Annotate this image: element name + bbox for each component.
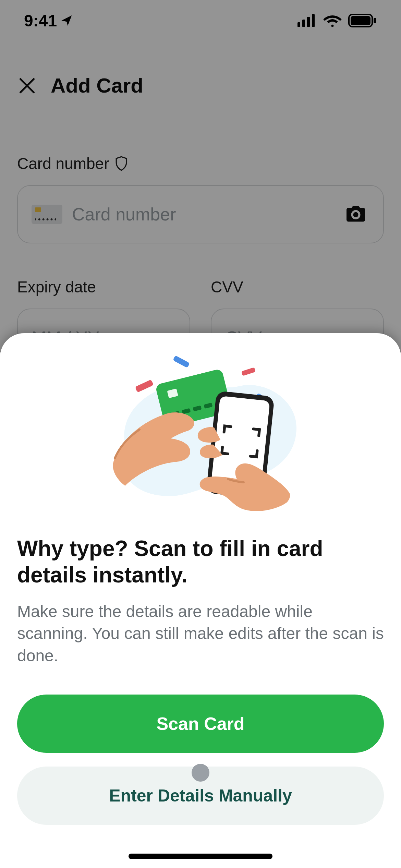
sheet-handle-knob <box>192 764 209 782</box>
sheet-title: Why type? Scan to fill in card details i… <box>17 535 384 588</box>
sheet-description: Make sure the details are readable while… <box>17 601 384 667</box>
scan-card-button-label: Scan Card <box>156 714 244 734</box>
scan-card-illustration <box>17 350 384 522</box>
svg-rect-11 <box>241 367 256 376</box>
enter-manually-button-label: Enter Details Manually <box>109 786 292 805</box>
scan-card-sheet: Why type? Scan to fill in card details i… <box>0 333 401 868</box>
svg-rect-10 <box>173 355 190 368</box>
home-indicator[interactable] <box>129 854 272 859</box>
enter-manually-button[interactable]: Enter Details Manually <box>17 767 384 825</box>
svg-rect-9 <box>135 379 154 393</box>
scan-card-button[interactable]: Scan Card <box>17 695 384 753</box>
